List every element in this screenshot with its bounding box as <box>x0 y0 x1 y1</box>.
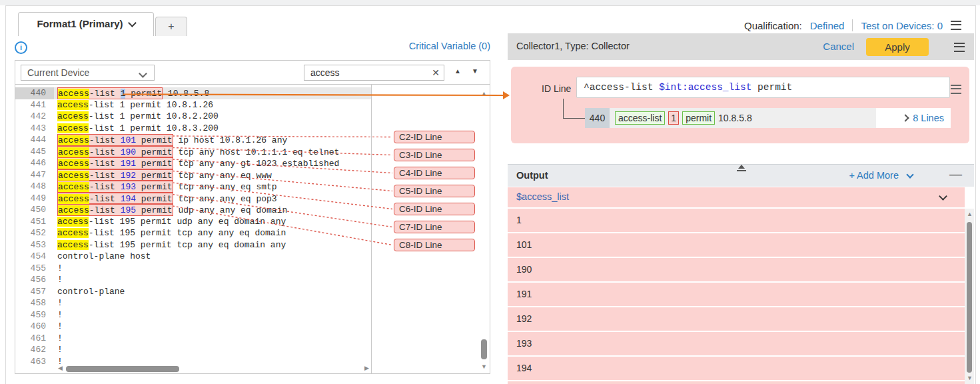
add-tab-button[interactable]: + <box>155 17 187 36</box>
output-value-row[interactable]: 192 <box>508 307 965 331</box>
code-line[interactable]: 456! <box>15 274 371 286</box>
output-value-row[interactable]: 193 <box>508 332 965 355</box>
collapse-handle-icon[interactable] <box>737 165 746 171</box>
code-line[interactable]: 455! <box>15 263 371 275</box>
code-line[interactable]: 444access-list 101 permit ip host 10.8.1… <box>15 134 371 146</box>
collector-title: Collector1, Type: Collector <box>516 41 630 51</box>
menu-icon[interactable] <box>951 21 961 30</box>
device-selector-value: Current Device <box>27 67 89 78</box>
id-line-card: ID Line ^access-list $int:access_list pe… <box>511 67 969 143</box>
chevron-right-icon <box>902 114 909 121</box>
code-line[interactable]: 454control-plane host <box>15 251 371 263</box>
qualification-label: Qualification: <box>744 20 802 31</box>
code-line[interactable]: 458! <box>15 297 371 309</box>
code-line[interactable]: 448access-list 193 permit tcp any any eq… <box>15 181 371 193</box>
callout-c5-id-line[interactable]: C5-ID Line <box>394 185 475 197</box>
chevron-down-icon <box>906 171 913 178</box>
hscroll-thumb[interactable] <box>66 366 179 372</box>
match-token: 10.8.5.8 <box>718 112 752 124</box>
code-line[interactable]: 442access-list 1 permit 10.8.2.200 <box>15 111 371 123</box>
chevron-down-icon <box>139 69 147 78</box>
id-line-label: ID Line <box>542 83 571 94</box>
code-line[interactable]: 446access-list 191 permit tcp any any gt… <box>15 157 371 169</box>
callout-c8-id-line[interactable]: C8-ID Line <box>394 239 475 251</box>
chevron-down-icon <box>939 192 947 201</box>
lines-expander[interactable]: 8 Lines <box>876 108 951 128</box>
critical-variable-link[interactable]: Critical Variable (0) <box>409 41 490 51</box>
chevron-down-icon <box>128 19 137 27</box>
code-line[interactable]: 459! <box>15 309 371 321</box>
id-line-connector <box>563 99 586 119</box>
hscroll-right-icon[interactable]: ▶ <box>364 365 369 371</box>
output-values-list: 1101190191192193194 <box>508 209 965 384</box>
matched-tokens: access-list1permit10.8.5.8 <box>610 108 876 128</box>
code-line[interactable]: 453access-list 195 permit tcp any eq dom… <box>15 239 371 251</box>
code-line[interactable]: 460! <box>15 321 371 333</box>
qualification-defined-link[interactable]: Defined <box>810 20 845 31</box>
hscroll-left-icon[interactable]: ◀ <box>58 365 63 371</box>
output-value-row[interactable]: 1 <box>508 209 965 232</box>
cancel-button[interactable]: Cancel <box>823 41 854 52</box>
code-line[interactable]: 447access-list 192 permit tcp any any eq… <box>15 169 371 181</box>
output-scroll-thumb[interactable] <box>967 222 972 373</box>
collapse-output-icon[interactable]: — <box>949 167 962 181</box>
match-token: 1 <box>668 111 679 125</box>
matched-line-number: 440 <box>585 108 610 128</box>
vscroll-down-icon[interactable]: ▼ <box>481 364 487 370</box>
code-line[interactable]: 445access-list 190 permit tcp any host 1… <box>15 146 371 158</box>
test-on-devices-link[interactable]: Test on Devices: 0 <box>861 20 943 31</box>
apply-button[interactable]: Apply <box>866 38 929 56</box>
output-title: Output <box>516 170 548 181</box>
app-root: Format1 (Primary) + Qualification: Defin… <box>0 0 980 384</box>
callout-c4-id-line[interactable]: C4-ID Line <box>394 167 475 179</box>
output-scrollbar[interactable]: ▲ ▼ <box>965 209 974 384</box>
search-input[interactable]: access ✕ <box>304 65 444 81</box>
collector-header: Collector1, Type: Collector Cancel Apply <box>508 33 974 60</box>
code-line[interactable]: 440access-list 1 permit 10.8.5.8 <box>15 87 371 99</box>
code-line[interactable]: 461! <box>15 333 371 345</box>
callout-c3-id-line[interactable]: C3-ID Line <box>394 149 475 161</box>
code-line[interactable]: 441access-list 1 permit 10.8.1.26 <box>15 99 371 111</box>
callout-c2-id-line[interactable]: C2-ID Line <box>394 131 475 143</box>
output-variable-name: $access_list <box>516 191 569 202</box>
code-line[interactable]: 451access-list 195 permit udp any eq dom… <box>15 216 371 228</box>
id-line-pattern-input[interactable]: ^access-list $int:access_list permit <box>576 77 950 98</box>
output-value-row[interactable]: 191 <box>508 283 965 306</box>
window-top-strip <box>0 0 980 5</box>
search-prev-icon[interactable]: ▲ <box>454 67 461 75</box>
id-line-menu-icon[interactable] <box>951 85 961 94</box>
match-token: access-list <box>615 111 665 125</box>
collector-menu-icon[interactable] <box>954 43 965 52</box>
add-more-button[interactable]: + Add More <box>849 170 913 181</box>
callout-c6-id-line[interactable]: C6-ID Line <box>394 203 475 215</box>
callout-c7-id-line[interactable]: C7-ID Line <box>394 221 475 233</box>
lines-link: 8 Lines <box>913 113 944 123</box>
matched-line-row: 440 access-list1permit10.8.5.8 8 Lines <box>585 108 951 128</box>
vscroll-up-icon[interactable]: ▲ <box>481 91 487 97</box>
editor-divider <box>371 85 372 373</box>
output-scroll-up-icon[interactable]: ▲ <box>967 211 973 217</box>
code-line[interactable]: 462! <box>15 344 371 356</box>
match-token: permit <box>682 111 715 125</box>
output-value-row[interactable]: 101 <box>508 233 965 257</box>
output-value-row[interactable]: 190 <box>508 258 965 281</box>
output-scroll-down-icon[interactable]: ▼ <box>967 375 973 381</box>
code-line[interactable]: 443access-list 1 permit 10.8.3.200 <box>15 123 371 135</box>
code-lines: 440access-list 1 permit 10.8.5.8441acces… <box>15 87 371 367</box>
code-line[interactable]: 452access-list 195 permit tcp any any eq… <box>15 227 371 239</box>
output-value-row[interactable]: 194 <box>508 357 965 380</box>
device-selector[interactable]: Current Device <box>21 65 155 81</box>
code-line[interactable]: 449access-list 194 permit tcp any any eq… <box>15 193 371 205</box>
code-line[interactable]: 457control-plane <box>15 286 371 298</box>
clear-search-icon[interactable]: ✕ <box>432 65 440 80</box>
editor-toolbar: Current Device access ✕ ▲ ▼ <box>15 60 490 85</box>
search-next-icon[interactable]: ▼ <box>472 67 478 75</box>
vscroll-thumb[interactable] <box>481 339 487 359</box>
topbar-right: Qualification: Defined Test on Devices: … <box>744 19 961 31</box>
tab-format1-label: Format1 (Primary) <box>37 18 123 29</box>
output-value-row[interactable] <box>508 381 965 384</box>
tab-format1-primary[interactable]: Format1 (Primary) <box>18 12 154 36</box>
code-line[interactable]: 450access-list 195 permit udp any any eq… <box>15 204 371 216</box>
output-variable-row[interactable]: $access_list <box>508 187 965 209</box>
divider <box>852 19 853 31</box>
